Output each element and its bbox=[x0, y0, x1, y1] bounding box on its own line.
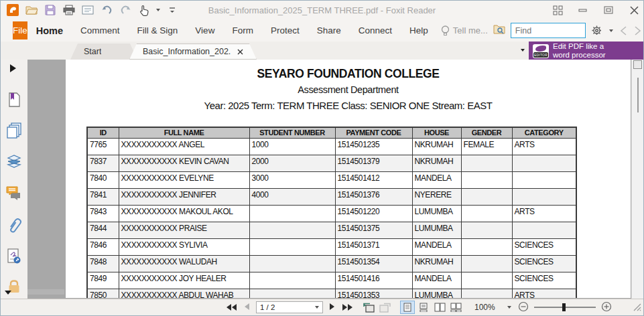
nav-back-icon[interactable] bbox=[620, 26, 627, 35]
attachments-icon[interactable] bbox=[6, 218, 22, 234]
quick-access-toolbar bbox=[1, 3, 179, 17]
table-cell: 7846 bbox=[87, 238, 119, 255]
maximize-icon[interactable] bbox=[603, 5, 614, 15]
pdf-page[interactable]: SEYARO FOUNDATION COLLEGE Assessment Dep… bbox=[66, 60, 631, 298]
redo-icon[interactable] bbox=[119, 3, 132, 17]
tab-close-icon[interactable] bbox=[237, 48, 243, 55]
table-cell bbox=[461, 171, 512, 188]
tell-me-box[interactable]: Tell me... bbox=[441, 25, 488, 36]
table-cell: FEMALE bbox=[461, 138, 512, 155]
close-icon[interactable] bbox=[629, 5, 639, 15]
table-cell: XXXXXXXXXXX MAKOUL AKOL bbox=[119, 205, 249, 222]
tab-protect[interactable]: Protect bbox=[262, 21, 308, 40]
last-page-button[interactable] bbox=[342, 304, 352, 311]
table-cell bbox=[461, 238, 512, 255]
editor-badge-label: EDITOR bbox=[533, 52, 548, 58]
table-row: 7765XXXXXXXXXXX ANGEL10001514501235NKRUM… bbox=[87, 138, 576, 155]
more-panels-icon[interactable] bbox=[5, 291, 11, 295]
previous-view-button[interactable] bbox=[361, 301, 376, 314]
table-row: 7843XXXXXXXXXXX MAKOUL AKOL1514501220LUM… bbox=[87, 205, 576, 222]
tab-form[interactable]: Form bbox=[223, 21, 262, 40]
file-menu-button[interactable]: File bbox=[13, 21, 27, 40]
zoom-level[interactable]: 100% bbox=[474, 303, 495, 312]
single-page-view-button[interactable] bbox=[400, 301, 415, 314]
zoom-slider[interactable] bbox=[534, 307, 596, 308]
vertical-scrollbar[interactable] bbox=[631, 60, 643, 300]
horizontal-scrollbar-thumb[interactable] bbox=[27, 289, 64, 295]
zoom-dropdown-icon[interactable] bbox=[507, 306, 511, 309]
zoom-in-button[interactable] bbox=[601, 301, 612, 314]
table-row: 7841XXXXXXXXXXX JENNIFER40001514501376NY… bbox=[87, 188, 576, 205]
page-thumbnails-icon[interactable] bbox=[6, 123, 22, 139]
settings-dropdown-icon[interactable] bbox=[609, 29, 613, 32]
tab-share[interactable]: Share bbox=[308, 21, 350, 40]
find-box[interactable] bbox=[511, 23, 586, 38]
comments-icon[interactable] bbox=[6, 185, 22, 202]
continuous-facing-view-button[interactable] bbox=[448, 301, 463, 314]
window-resize-grip[interactable] bbox=[633, 303, 641, 313]
zoom-out-button[interactable] bbox=[518, 301, 529, 314]
doc-subtitle: Assessment Department bbox=[66, 84, 631, 95]
bookmarks-icon[interactable] bbox=[6, 92, 22, 108]
first-page-button[interactable] bbox=[227, 304, 237, 311]
table-cell: XXXXXXXXXXX WALUDAH bbox=[119, 255, 249, 272]
document-view[interactable]: SEYARO FOUNDATION COLLEGE Assessment Dep… bbox=[27, 60, 643, 300]
facing-view-button[interactable] bbox=[432, 301, 447, 314]
tab-list-dropdown-icon[interactable] bbox=[521, 49, 525, 52]
digital-signature-icon[interactable] bbox=[6, 248, 22, 264]
table-cell: 1000 bbox=[249, 138, 335, 155]
next-view-button[interactable] bbox=[377, 301, 392, 314]
table-cell: 1514501371 bbox=[335, 238, 412, 255]
table-header-cell: FULL NAME bbox=[119, 127, 249, 138]
table-cell: 1514501353 bbox=[335, 289, 412, 298]
table-cell: XXXXXXXXXXX JOY HEALER bbox=[119, 272, 249, 289]
tab-fill-sign[interactable]: Fill & Sign bbox=[129, 21, 187, 40]
nav-forward-icon[interactable] bbox=[634, 26, 641, 35]
previous-page-button[interactable] bbox=[245, 303, 249, 312]
zoom-slider-thumb[interactable] bbox=[562, 303, 566, 311]
table-cell: LUMUMBA bbox=[412, 289, 461, 298]
tab-home[interactable]: Home bbox=[27, 21, 72, 40]
table-cell: 7843 bbox=[87, 205, 119, 222]
settings-gear-icon[interactable] bbox=[591, 25, 602, 36]
layers-icon[interactable] bbox=[6, 153, 22, 169]
table-cell bbox=[461, 155, 512, 171]
customize-toolbar-icon[interactable] bbox=[166, 3, 179, 17]
minimize-icon[interactable] bbox=[578, 5, 588, 15]
search-folder-icon[interactable] bbox=[493, 24, 505, 37]
tab-document[interactable]: Basic_Information_202... bbox=[129, 44, 257, 60]
page-number-box[interactable]: 1 / 2 bbox=[256, 301, 323, 313]
hand-tool-dropdown-icon[interactable] bbox=[156, 9, 160, 11]
tab-view[interactable]: View bbox=[186, 21, 223, 40]
save-icon[interactable] bbox=[44, 3, 57, 17]
print-icon[interactable] bbox=[62, 3, 76, 17]
restore-layout-icon[interactable] bbox=[552, 5, 563, 15]
table-cell bbox=[512, 222, 576, 238]
table-cell: XXXXXXXXXXX JENNIFER bbox=[119, 188, 249, 205]
email-icon[interactable] bbox=[81, 3, 94, 17]
table-cell: 7837 bbox=[87, 155, 119, 171]
tab-comment[interactable]: Comment bbox=[72, 21, 129, 40]
hand-tool-icon[interactable] bbox=[137, 3, 151, 17]
table-cell bbox=[461, 188, 512, 205]
table-row: 7840XXXXXXXXXXX EVELYNE30001514501412MAN… bbox=[87, 171, 576, 188]
table-cell: 1514501235 bbox=[335, 138, 412, 155]
table-cell bbox=[461, 205, 512, 222]
table-cell bbox=[249, 238, 335, 255]
tab-start[interactable]: Start bbox=[70, 44, 137, 60]
table-cell bbox=[512, 171, 576, 188]
undo-icon[interactable] bbox=[100, 3, 113, 17]
edit-pdf-promo-banner[interactable]: EDITOR Edit PDF like a word processor bbox=[529, 42, 643, 60]
continuous-view-button[interactable] bbox=[416, 301, 431, 314]
table-cell: ARTS bbox=[512, 289, 576, 298]
next-page-button[interactable] bbox=[330, 303, 334, 312]
tab-help[interactable]: Help bbox=[401, 21, 437, 40]
table-cell bbox=[461, 255, 512, 272]
table-cell: NYERERE bbox=[412, 188, 461, 205]
page-dropdown-icon[interactable] bbox=[315, 306, 319, 309]
foxit-logo-icon[interactable] bbox=[6, 3, 19, 17]
vertical-scrollbar-thumb[interactable] bbox=[633, 60, 642, 69]
tab-connect[interactable]: Connect bbox=[350, 21, 401, 40]
expand-panel-icon[interactable] bbox=[10, 64, 16, 72]
open-file-icon[interactable] bbox=[25, 3, 38, 17]
